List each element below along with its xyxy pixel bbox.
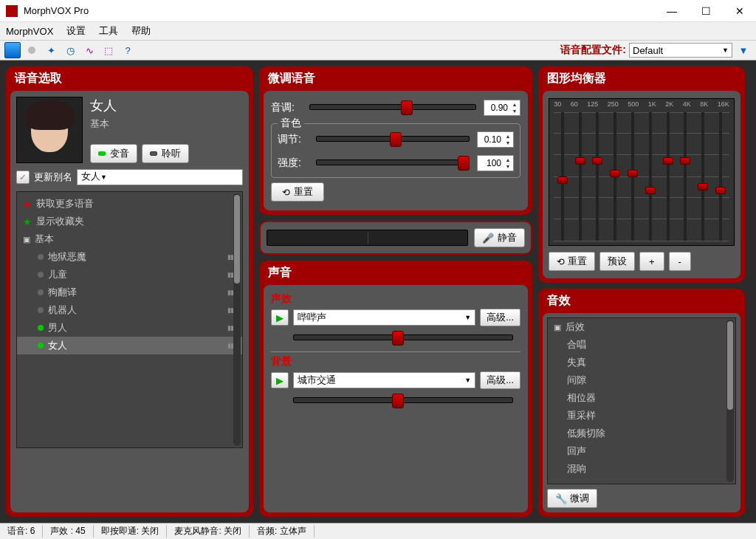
profile-filter-icon[interactable]: ▼ — [735, 42, 752, 58]
list-item[interactable]: 儿童▮▮▮ — [17, 266, 242, 284]
strength-spinner[interactable]: ▲▼ — [477, 155, 514, 171]
list-item[interactable]: 男人▮▮▮ — [17, 319, 242, 337]
list-item[interactable]: 合唱 — [548, 336, 735, 354]
eq-plus-button[interactable]: + — [639, 252, 664, 271]
alias-label: 更新别名 — [34, 171, 72, 184]
voice-list[interactable]: ★获取更多语音 ★显示收藏夹 ▣基本 地狱恶魔▮▮▮ 儿童▮▮▮ 狗翻译▮▮▮ … — [16, 191, 243, 448]
eq-band-slider[interactable] — [680, 112, 690, 241]
eq-reset-button[interactable]: ⟲重置 — [549, 252, 595, 271]
sfx-select[interactable]: 哔哔声▼ — [293, 309, 475, 326]
eq-band-label: 250 — [608, 100, 619, 108]
list-item[interactable]: 低频切除 — [548, 425, 735, 442]
eq-band-slider[interactable] — [575, 112, 585, 241]
chevron-down-icon: ▼ — [464, 377, 471, 384]
alias-input[interactable]: 女人▼ — [77, 169, 243, 185]
tweak-reset-button[interactable]: ⟲重置 — [271, 182, 324, 202]
sound-panel: 声音 声效 ▶ 哔哔声▼ 高级... 背景 ▶ 城市交通▼ 高级... — [259, 261, 532, 517]
mute-button[interactable]: 🎤静音 — [474, 228, 525, 247]
strength-label: 强度: — [278, 157, 309, 170]
shift-label: 调节: — [278, 133, 309, 146]
list-item[interactable]: 女人▮▮▮ — [17, 337, 242, 354]
morph-button[interactable]: 变音 — [90, 144, 137, 163]
list-item[interactable]: 回声 — [548, 442, 735, 460]
eq-band-slider[interactable] — [645, 112, 656, 241]
sfx-advanced-button[interactable]: 高级... — [480, 309, 520, 326]
profile-label: 语音配置文件: — [560, 44, 626, 57]
bg-select[interactable]: 城市交通▼ — [293, 372, 475, 388]
bg-advanced-button[interactable]: 高级... — [480, 371, 520, 389]
profile-value: Default — [633, 45, 663, 56]
fx-list[interactable]: ▣后效 合唱失真间隙相位器重采样低频切除回声混响 — [547, 317, 736, 484]
shift-slider[interactable] — [316, 132, 470, 147]
sfx-volume-slider[interactable] — [293, 331, 513, 344]
eq-band-slider[interactable] — [663, 112, 673, 241]
plugin-icon[interactable]: ✦ — [43, 42, 59, 58]
eq-band-label: 16K — [718, 100, 729, 108]
minimize-button[interactable]: — — [662, 3, 682, 19]
tweak-title: 微调语音 — [261, 68, 531, 91]
apply-alias-button[interactable]: ✓ — [16, 171, 30, 184]
menu-morphvox[interactable]: MorphVOX — [6, 26, 53, 37]
graph-icon[interactable]: ⬚ — [100, 42, 117, 58]
bg-volume-slider[interactable] — [293, 394, 513, 407]
save-icon[interactable] — [4, 42, 21, 58]
fx-finetune-button[interactable]: 🔧微调 — [547, 489, 597, 508]
show-favorites-link[interactable]: ★显示收藏夹 — [17, 213, 242, 230]
profile-select[interactable]: Default ▼ — [629, 43, 732, 58]
record-icon[interactable] — [24, 42, 40, 58]
shift-spinner[interactable]: ▲▼ — [477, 131, 514, 148]
eq-band-slider[interactable] — [592, 112, 602, 241]
led-on-icon — [98, 151, 106, 156]
sfx-play-button[interactable]: ▶ — [271, 309, 289, 326]
eq-band-slider[interactable] — [698, 112, 708, 241]
menu-settings[interactable]: 设置 — [66, 24, 86, 38]
sfx-group-label: 声效 — [271, 292, 520, 306]
eq-minus-button[interactable]: - — [669, 252, 691, 271]
eq-panel: 图形均衡器 30601252505001K2K4K8K16K ⟲重置 预设 + … — [538, 66, 745, 283]
timer-icon[interactable]: ◷ — [62, 42, 78, 58]
eq-band-slider[interactable] — [610, 112, 620, 241]
sound-title: 声音 — [261, 262, 531, 285]
help-icon[interactable]: ? — [120, 42, 136, 58]
app-icon — [6, 5, 18, 17]
led-off-icon — [150, 151, 157, 156]
eq-band-label: 4K — [683, 100, 691, 108]
status-mic: 麦克风静音: 关闭 — [167, 525, 250, 538]
scrollbar[interactable] — [726, 320, 734, 482]
wave-icon[interactable]: ∿ — [81, 42, 97, 58]
menu-help[interactable]: 帮助 — [131, 24, 151, 38]
listen-button[interactable]: 聆听 — [142, 144, 189, 163]
wrench-icon: 🔧 — [555, 493, 567, 504]
eq-band-slider[interactable] — [557, 112, 568, 241]
bg-group-label: 背景 — [271, 351, 520, 368]
list-item[interactable]: 混响 — [548, 460, 735, 478]
menu-tools[interactable]: 工具 — [99, 24, 118, 38]
eq-band-label: 1K — [648, 100, 656, 108]
chevron-down-icon: ▼ — [100, 174, 107, 181]
maximize-button[interactable]: ☐ — [695, 3, 716, 19]
list-item[interactable]: 间隙 — [548, 371, 735, 389]
close-button[interactable]: ✕ — [729, 3, 750, 19]
list-item[interactable]: 失真 — [548, 354, 735, 371]
voice-category: 基本 — [90, 117, 243, 131]
bg-play-button[interactable]: ▶ — [271, 372, 289, 388]
avatar — [16, 97, 83, 163]
eq-band-label: 8K — [700, 100, 708, 108]
eq-band-slider[interactable] — [628, 112, 638, 241]
reset-icon: ⟲ — [557, 256, 565, 267]
pitch-slider[interactable] — [309, 100, 476, 115]
list-item[interactable]: 机器人▮▮▮ — [17, 301, 242, 319]
list-item[interactable]: 重采样 — [548, 407, 735, 425]
strength-slider[interactable] — [316, 156, 470, 171]
eq-preset-button[interactable]: 预设 — [599, 252, 635, 271]
eq-band-slider[interactable] — [715, 112, 726, 241]
scrollbar[interactable] — [233, 193, 241, 446]
fx-group-header[interactable]: ▣后效 — [548, 318, 735, 336]
titlebar: MorphVOX Pro — ☐ ✕ — [0, 0, 756, 22]
list-item[interactable]: 地狱恶魔▮▮▮ — [17, 248, 242, 266]
list-item[interactable]: 狗翻译▮▮▮ — [17, 284, 242, 301]
more-voices-link[interactable]: ★获取更多语音 — [17, 195, 242, 213]
list-item[interactable]: 相位器 — [548, 389, 735, 407]
voice-group-header[interactable]: ▣基本 — [17, 230, 242, 248]
pitch-spinner[interactable]: ▲▼ — [484, 100, 520, 116]
